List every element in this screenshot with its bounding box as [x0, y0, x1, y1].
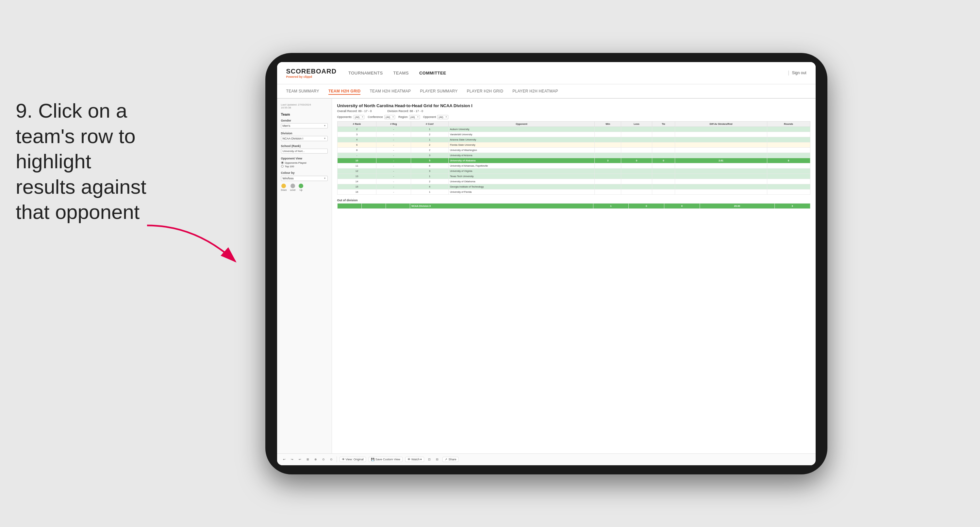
cell-reg: - [377, 132, 411, 137]
toolbar-redo[interactable]: ↪ [290, 457, 295, 462]
table-row[interactable]: 16-1University of Florida [337, 189, 810, 194]
main-content: Last Updated: 27/03/2024 16:55:38 Team G… [277, 99, 816, 454]
cell-rounds [767, 168, 810, 174]
last-updated: Last Updated: 27/03/2024 16:55:38 [281, 103, 328, 109]
ood-loss: 0 [629, 203, 664, 209]
cell-tie [652, 126, 675, 132]
table-row[interactable]: 2-1Auburn University [337, 126, 810, 132]
cell-rank: 3 [337, 132, 377, 137]
opponent-view-label: Opponent View [281, 157, 328, 160]
table-row[interactable]: 3-2Vanderbilt University [337, 132, 810, 137]
sub-nav-player-h2h-grid[interactable]: PLAYER H2H GRID [467, 88, 504, 95]
toolbar-share[interactable]: ↗ Share [442, 457, 458, 462]
school-section: School (Rank) University of Nort... [281, 145, 328, 154]
division-select[interactable]: NCAA Division I [281, 136, 328, 141]
cell-rank: - [337, 153, 377, 158]
cell-loss [621, 184, 652, 189]
table-row[interactable]: 11-6University of Arkansas, Fayetteville [337, 163, 810, 168]
cell-loss [621, 168, 652, 174]
table-row[interactable]: --3University of Arizona [337, 153, 810, 158]
ood-rounds: 3 [775, 203, 810, 209]
radio-opponents-played[interactable]: Opponents Played [281, 161, 328, 164]
cell-conf: 6 [411, 163, 448, 168]
nav-teams[interactable]: TEAMS [393, 69, 409, 77]
toolbar-sep-1 [337, 457, 337, 462]
legend-dot-up [299, 184, 303, 188]
table-row[interactable]: 6-2Florida State University [337, 142, 810, 147]
region-select[interactable]: (All) [409, 115, 420, 119]
cell-reg: - [377, 147, 411, 153]
sub-nav-player-summary[interactable]: PLAYER SUMMARY [420, 88, 458, 95]
opponents-select[interactable]: (All) [353, 115, 364, 119]
table-row[interactable]: 4-1Arizona State University [337, 137, 810, 142]
save-icon: 💾 [371, 458, 374, 461]
cell-diff [675, 184, 767, 189]
toolbar-circle[interactable]: ⊙ [321, 457, 326, 462]
legend-down: Down [281, 184, 287, 191]
save-label: Save Custom View [375, 458, 400, 461]
ood-rank [337, 203, 361, 209]
cell-tie [652, 184, 675, 189]
table-row[interactable]: 13-1Texas Tech University [337, 174, 810, 179]
region-filter: Region (All) [398, 115, 420, 119]
conference-filter: Conference (All) [368, 115, 395, 119]
radio-dot-selected [281, 161, 284, 164]
cell-opponent: University of Arkansas, Fayetteville [448, 163, 594, 168]
toolbar-watch[interactable]: 👁 Watch ▾ [405, 457, 425, 462]
col-tie: Tie [652, 121, 675, 126]
cell-diff [675, 153, 767, 158]
sign-out[interactable]: Sign out [792, 70, 806, 75]
nav-tournaments[interactable]: TOURNAMENTS [348, 69, 383, 77]
cell-opponent: University of Oklahoma [448, 179, 594, 184]
sub-nav-team-h2h-grid[interactable]: TEAM H2H GRID [328, 88, 361, 95]
table-row[interactable]: 15-4Georgia Institute of Technology [337, 184, 810, 189]
toolbar-undo[interactable]: ↩ [282, 457, 287, 462]
cell-loss [621, 174, 652, 179]
toolbar-back[interactable]: ↩ [298, 457, 302, 462]
division-label: Division [281, 132, 328, 135]
table-row[interactable]: 12-3University of Virginia [337, 168, 810, 174]
opponent-filter-select[interactable]: (All) [437, 115, 448, 119]
toolbar-extra1[interactable]: ⊡ [427, 457, 432, 462]
filters-row: Opponents: (All) Conference (All) [337, 115, 810, 119]
radio-top100[interactable]: Top 100 [281, 165, 328, 168]
conference-select[interactable]: (All) [384, 115, 395, 119]
table-row[interactable]: 14-2University of Oklahoma [337, 179, 810, 184]
toolbar-view[interactable]: 👁 View: Original [339, 457, 366, 462]
toolbar-clock[interactable]: ⊙ [329, 457, 334, 462]
ood-diff: 26.00 [700, 203, 775, 209]
cell-win [595, 126, 621, 132]
cell-conf: 2 [411, 179, 448, 184]
table-row[interactable]: 10-5University of Alabama3002.618 [337, 158, 810, 163]
nav-committee[interactable]: COMMITTEE [419, 69, 446, 77]
overall-record-label: Overall Record: 89 - 17 - 0 [337, 110, 372, 113]
cell-opponent: Texas Tech University [448, 174, 594, 179]
cell-diff [675, 163, 767, 168]
toolbar-save-custom[interactable]: 💾 Save Custom View [369, 457, 402, 462]
toolbar-plus[interactable]: ⊕ [313, 457, 318, 462]
cell-diff [675, 142, 767, 147]
out-of-division-label: Out of division [337, 199, 810, 202]
sub-nav-team-summary[interactable]: TEAM SUMMARY [286, 88, 319, 95]
gender-label: Gender [281, 119, 328, 122]
toolbar-grid[interactable]: ⊞ [305, 457, 310, 462]
sub-nav-player-h2h-heatmap[interactable]: PLAYER H2H HEATMAP [512, 88, 558, 95]
cell-win [595, 179, 621, 184]
cell-reg: - [377, 168, 411, 174]
radio-dot-unselected [281, 165, 284, 167]
gender-select[interactable]: Men's [281, 123, 328, 128]
team-label: Team [281, 112, 328, 116]
sub-nav: TEAM SUMMARY TEAM H2H GRID TEAM H2H HEAT… [277, 84, 816, 99]
colour-by-select[interactable]: Win/loss [281, 176, 328, 181]
sub-nav-team-h2h-heatmap[interactable]: TEAM H2H HEATMAP [369, 88, 411, 95]
table-row[interactable]: 8-2University of Washington [337, 147, 810, 153]
out-of-division-table: NCAA Division II 1 0 0 26.00 3 [337, 203, 810, 209]
cell-win: 3 [595, 158, 621, 163]
cell-rounds [767, 163, 810, 168]
school-value[interactable]: University of Nort... [281, 149, 328, 154]
cell-reg: - [377, 189, 411, 194]
out-of-division-row[interactable]: NCAA Division II 1 0 0 26.00 3 [337, 203, 810, 209]
cell-rank: 14 [337, 179, 377, 184]
division-record-label: Division Record: 88 - 17 - 0 [388, 110, 423, 113]
toolbar-extra2[interactable]: ⊟ [434, 457, 440, 462]
